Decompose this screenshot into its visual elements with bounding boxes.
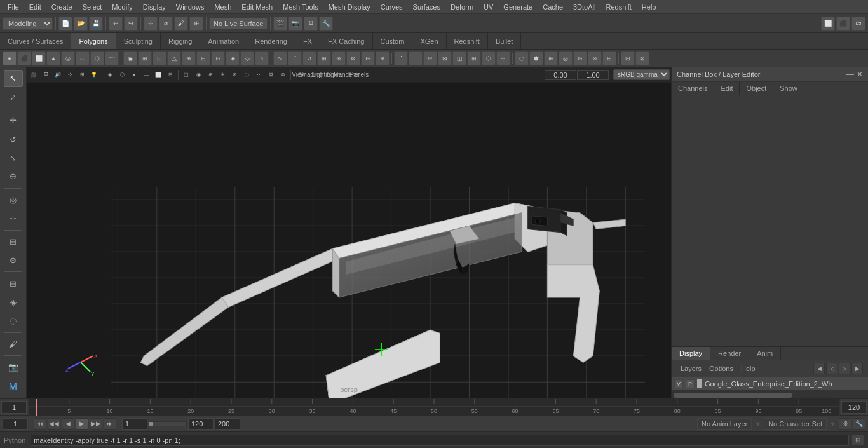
save-btn[interactable]: 💾 xyxy=(89,17,103,31)
timeline-ruler[interactable]: 5 10 15 20 25 30 35 40 45 50 5 xyxy=(28,399,840,416)
multi-cut-btn[interactable]: ✂ xyxy=(423,51,437,65)
conform-btn[interactable]: ◎ xyxy=(559,51,573,65)
ipr-btn[interactable]: 📷 xyxy=(288,17,302,31)
vp-light-btn[interactable]: 💡 xyxy=(88,69,100,81)
layer-left-arrow2[interactable]: ◁ xyxy=(826,363,837,374)
sculpt-btn[interactable]: ⊹ xyxy=(496,51,510,65)
go-to-end-btn[interactable]: ⏭ xyxy=(104,418,116,430)
vp-res-btn[interactable]: ⊗ xyxy=(277,69,288,81)
menu-file[interactable]: File xyxy=(3,2,24,12)
retopo-btn[interactable]: ⊗ xyxy=(588,51,602,65)
timeline-end-field[interactable]: 120 xyxy=(841,401,867,414)
play-back-btn[interactable]: ◀ xyxy=(62,418,74,430)
tab-custom[interactable]: Custom xyxy=(373,33,413,49)
tab-fx[interactable]: FX xyxy=(295,33,320,49)
redo-btn[interactable]: ↪ xyxy=(124,17,138,31)
select-mode-btn[interactable]: ↖ xyxy=(4,70,23,87)
step-fwd-btn[interactable]: ▶▶ xyxy=(90,418,102,430)
timeline-start-field[interactable]: 1 xyxy=(1,401,27,414)
script-editor-btn[interactable]: ⊞ xyxy=(851,435,864,446)
no-anim-layer-btn[interactable]: No Anim Layer xyxy=(697,418,752,430)
tab-xgen[interactable]: XGen xyxy=(412,33,446,49)
layers-scrollbar[interactable] xyxy=(672,391,868,398)
quad-draw-btn[interactable]: ⊞ xyxy=(602,51,616,65)
select-tool-btn[interactable]: ⊹ xyxy=(144,17,158,31)
scale-tool-btn[interactable]: ⤡ xyxy=(4,149,23,166)
no-live-surface-btn[interactable]: No Live Surface xyxy=(209,18,268,29)
edit-tab[interactable]: Edit xyxy=(714,82,740,95)
lasso-mode-btn[interactable]: ⤢ xyxy=(4,88,23,105)
render-settings-btn[interactable]: 🔧 xyxy=(319,17,333,31)
mode-selector[interactable]: Modeling Rigging Animation FX xyxy=(3,17,53,30)
layer-right-arrow[interactable]: ▶ xyxy=(851,363,863,374)
tab-animation[interactable]: Animation xyxy=(200,33,247,49)
gamma-selector[interactable]: sRGB gamma Linear xyxy=(613,69,670,80)
vp-ao-btn[interactable]: ◌ xyxy=(241,69,252,81)
insert-edge-btn[interactable]: ⋮ xyxy=(394,51,408,65)
object-tab[interactable]: Object xyxy=(740,82,773,95)
subd-prism-btn[interactable]: ◈ xyxy=(226,51,240,65)
vp-wire-btn[interactable]: ◫ xyxy=(180,69,192,81)
harden-btn[interactable]: ⬟ xyxy=(529,51,543,65)
vp-sel-mask-btn[interactable]: ◈ xyxy=(104,69,116,81)
subd-disc-btn[interactable]: ⊙ xyxy=(211,51,225,65)
panel-minimize-btn[interactable]: — xyxy=(846,70,854,79)
subd-pipe-btn[interactable]: ○ xyxy=(255,51,269,65)
char-settings-btn[interactable]: ⚙ xyxy=(839,418,851,430)
layout-split-btn[interactable]: ⬛ xyxy=(836,17,850,31)
vp-tex-btn[interactable]: ⊕ xyxy=(205,69,216,81)
combine-btn[interactable]: ⊕ xyxy=(376,51,390,65)
no-character-set-btn[interactable]: No Character Set xyxy=(764,418,827,430)
vp-edge-btn[interactable]: — xyxy=(140,69,152,81)
uv-layout-btn[interactable]: ⊠ xyxy=(635,51,649,65)
curve-cv-btn[interactable]: ∿ xyxy=(273,51,287,65)
target-weld-btn[interactable]: ⊗ xyxy=(346,51,360,65)
subd-cone-btn[interactable]: △ xyxy=(167,51,181,65)
menu-redshift[interactable]: Redshift xyxy=(600,2,636,12)
subd-torus-btn[interactable]: ⊕ xyxy=(182,51,196,65)
tab-fx-caching[interactable]: FX Caching xyxy=(320,33,372,49)
menu-edit[interactable]: Edit xyxy=(24,2,46,12)
go-to-start-btn[interactable]: ⏮ xyxy=(34,418,46,430)
display-mode-btn[interactable]: ⊟ xyxy=(4,275,23,292)
menu-create[interactable]: Create xyxy=(46,2,78,12)
vp-shadow-btn[interactable]: ⊛ xyxy=(229,69,240,81)
create-poly-btn[interactable]: ⬡ xyxy=(482,51,496,65)
disc-btn[interactable]: ⬡ xyxy=(90,51,104,65)
xray-btn[interactable]: ◌ xyxy=(4,312,23,329)
options-menu-item[interactable]: Options xyxy=(705,363,737,374)
menu-curves[interactable]: Curves xyxy=(376,2,408,12)
panel-close-btn[interactable]: ✕ xyxy=(857,70,863,79)
cylinder-btn[interactable]: ⬜ xyxy=(32,51,46,65)
menu-3dtoall[interactable]: 3DtoAll xyxy=(568,2,600,12)
vp-img-btn[interactable]: 🖼 xyxy=(40,69,51,81)
sphere-btn[interactable]: ● xyxy=(3,51,17,65)
menu-mesh[interactable]: Mesh xyxy=(209,2,236,12)
menu-display[interactable]: Display xyxy=(138,2,171,12)
paint-select-btn[interactable]: 🖌 xyxy=(174,17,188,31)
vp-grid-btn[interactable]: ⊞ xyxy=(76,69,88,81)
merge-btn[interactable]: ⊛ xyxy=(332,51,346,65)
soft-mod-btn[interactable]: ◎ xyxy=(4,191,23,208)
subd-cube-btn[interactable]: ⊞ xyxy=(138,51,152,65)
soften-btn[interactable]: ◌ xyxy=(515,51,529,65)
helix-btn[interactable]: 〰 xyxy=(105,51,119,65)
snap-to-grid-btn[interactable]: ⊞ xyxy=(4,233,23,250)
show-tab[interactable]: Show xyxy=(773,82,804,95)
layers-menu-item[interactable]: Layers xyxy=(677,363,705,374)
soft-select-btn[interactable]: ⊕ xyxy=(189,17,203,31)
vp-face-btn[interactable]: ⬜ xyxy=(153,69,164,81)
render-tab[interactable]: Render xyxy=(710,347,749,360)
panels-menu-btn[interactable]: Panels xyxy=(353,69,365,81)
layer-visibility-btn[interactable]: V xyxy=(674,379,683,388)
tab-rendering[interactable]: Rendering xyxy=(247,33,295,49)
vp-shade-btn[interactable]: ◉ xyxy=(193,69,204,81)
layer-left-arrow[interactable]: ◀ xyxy=(813,363,825,374)
menu-surfaces[interactable]: Surfaces xyxy=(408,2,445,12)
menu-modify[interactable]: Modify xyxy=(107,2,137,12)
menu-select[interactable]: Select xyxy=(78,2,107,12)
move-tool-btn[interactable]: ✛ xyxy=(4,112,23,129)
bridge-btn[interactable]: ⊞ xyxy=(317,51,331,65)
bool-btn[interactable]: ⊖ xyxy=(361,51,375,65)
subd-pyr-btn[interactable]: ◇ xyxy=(240,51,254,65)
